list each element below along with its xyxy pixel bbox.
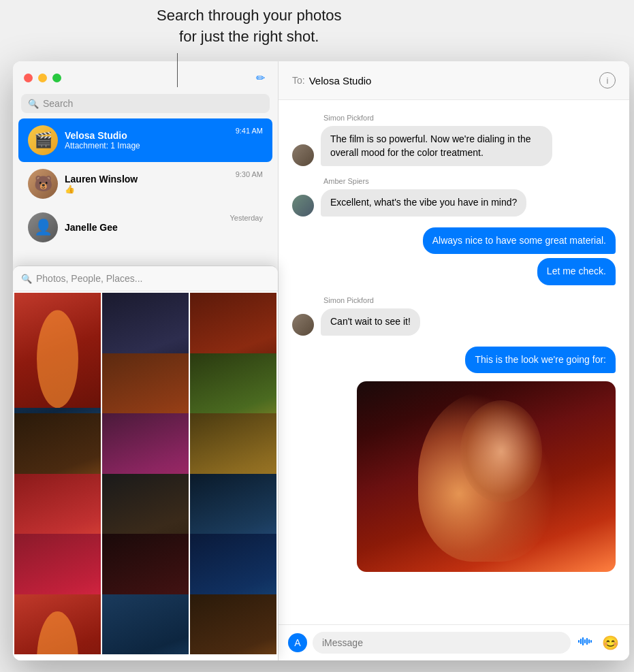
outgoing-group: Always nice to have some great material.… xyxy=(292,227,616,285)
message-group-5: Simon Pickford Can't wait to see it! xyxy=(292,296,420,336)
appstore-button[interactable]: A xyxy=(288,633,307,652)
photos-picker: 🔍 Photos, People, Places... xyxy=(13,266,278,660)
search-icon: 🔍 xyxy=(28,99,39,109)
traffic-lights xyxy=(24,74,61,82)
conv-name-janelle: Janelle Gee xyxy=(65,222,223,233)
conversation-item-lauren[interactable]: 🐻 Lauren Winslow 👍 9:30 AM xyxy=(18,162,272,206)
svg-rect-6 xyxy=(590,640,592,643)
info-button[interactable]: i xyxy=(599,72,616,89)
conv-preview-lauren: 👍 xyxy=(65,185,229,194)
bubble-6: This is the look we're going for: xyxy=(465,347,616,374)
search-placeholder: Search xyxy=(43,98,73,109)
conv-info-janelle: Janelle Gee xyxy=(65,222,223,233)
avatar-janelle: 👤 xyxy=(28,212,58,242)
emoji-icon: 😊 xyxy=(602,635,619,651)
conversation-item-janelle[interactable]: 👤 Janelle Gee Yesterday xyxy=(18,206,272,249)
photo-cell-17[interactable] xyxy=(102,594,189,655)
avatar-amber xyxy=(292,195,314,217)
annotation-text: Search through your photos for just the … xyxy=(157,5,342,48)
msg-content-1: Simon Pickford The film is so powerful. … xyxy=(321,114,552,166)
msg-content-5: Simon Pickford Can't wait to see it! xyxy=(321,296,420,336)
appstore-icon: A xyxy=(294,637,300,648)
conv-name-velosa: Velosa Studio xyxy=(65,130,229,141)
waveform-icon xyxy=(578,636,593,650)
photo-cell-1[interactable] xyxy=(14,293,101,408)
message-input[interactable] xyxy=(313,632,571,654)
photo-cell-16[interactable] xyxy=(14,594,101,655)
close-button[interactable] xyxy=(24,74,33,82)
conv-name-lauren: Lauren Winslow xyxy=(65,174,229,185)
bubble-4: Let me check. xyxy=(537,258,616,285)
to-label: To: xyxy=(292,75,305,86)
sender-name-1: Simon Pickford xyxy=(323,114,552,122)
chat-recipient: Velosa Studio xyxy=(309,75,599,86)
title-bar: ✏ xyxy=(13,61,278,91)
chat-messages: Simon Pickford The film is so powerful. … xyxy=(279,100,629,624)
conv-info-velosa: Velosa Studio Attachment: 1 Image xyxy=(65,130,229,150)
info-icon: i xyxy=(607,76,609,86)
chat-header: To: Velosa Studio i xyxy=(279,61,629,100)
svg-rect-1 xyxy=(580,639,582,644)
compose-button[interactable]: ✏ xyxy=(253,71,267,84)
conv-time-janelle: Yesterday xyxy=(229,214,263,222)
annotation-line xyxy=(177,53,178,87)
conv-time-velosa: 9:41 AM xyxy=(236,127,263,135)
bubble-5: Can't wait to see it! xyxy=(321,308,420,336)
main-window: ✏ 🔍 Search 🎬 Velosa Studio Attachment: 1… xyxy=(13,61,629,660)
avatar-simon-2 xyxy=(292,314,314,336)
photos-search-bar[interactable]: 🔍 Photos, People, Places... xyxy=(13,266,278,291)
svg-rect-3 xyxy=(584,639,586,643)
conversation-item-velosa[interactable]: 🎬 Velosa Studio Attachment: 1 Image 9:41… xyxy=(18,118,272,162)
audio-button[interactable] xyxy=(576,633,595,652)
conv-time-lauren: 9:30 AM xyxy=(236,170,263,178)
svg-rect-4 xyxy=(586,638,588,645)
photo-grid xyxy=(13,291,278,654)
search-bar[interactable]: 🔍 Search xyxy=(21,94,270,113)
avatar-simon-1 xyxy=(292,144,314,166)
svg-rect-5 xyxy=(588,639,590,643)
outgoing-image-group: This is the look we're going for: xyxy=(292,347,616,573)
avatar-velosa: 🎬 xyxy=(28,125,58,155)
message-group-2: Amber Spiers Excellent, what's the vibe … xyxy=(292,177,526,217)
message-group-1: Simon Pickford The film is so powerful. … xyxy=(292,114,552,166)
photo-cell-18[interactable] xyxy=(190,594,276,655)
svg-rect-2 xyxy=(582,637,584,645)
chat-image-inner xyxy=(357,381,616,572)
conv-info-lauren: Lauren Winslow 👍 xyxy=(65,174,229,194)
bubble-2: Excellent, what's the vibe you have in m… xyxy=(321,189,526,217)
sidebar: ✏ 🔍 Search 🎬 Velosa Studio Attachment: 1… xyxy=(13,61,279,660)
msg-content-2: Amber Spiers Excellent, what's the vibe … xyxy=(321,177,526,217)
avatar-lauren: 🐻 xyxy=(28,169,58,199)
chat-input-area: A 😊 xyxy=(279,624,629,660)
conv-preview-velosa: Attachment: 1 Image xyxy=(65,141,229,150)
minimize-button[interactable] xyxy=(38,74,47,82)
svg-rect-0 xyxy=(578,640,580,643)
bubble-1: The film is so powerful. Now we're diali… xyxy=(321,126,552,166)
photos-search-placeholder: Photos, People, Places... xyxy=(36,273,142,284)
bubble-3: Always nice to have some great material. xyxy=(423,227,616,255)
photos-search-icon: 🔍 xyxy=(21,274,32,284)
chat-image xyxy=(357,381,616,572)
sender-name-2: Amber Spiers xyxy=(323,177,526,185)
maximize-button[interactable] xyxy=(52,74,61,82)
chat-panel: To: Velosa Studio i Simon Pickford The f… xyxy=(279,61,629,660)
sender-name-5: Simon Pickford xyxy=(323,296,420,304)
emoji-button[interactable]: 😊 xyxy=(601,633,620,652)
